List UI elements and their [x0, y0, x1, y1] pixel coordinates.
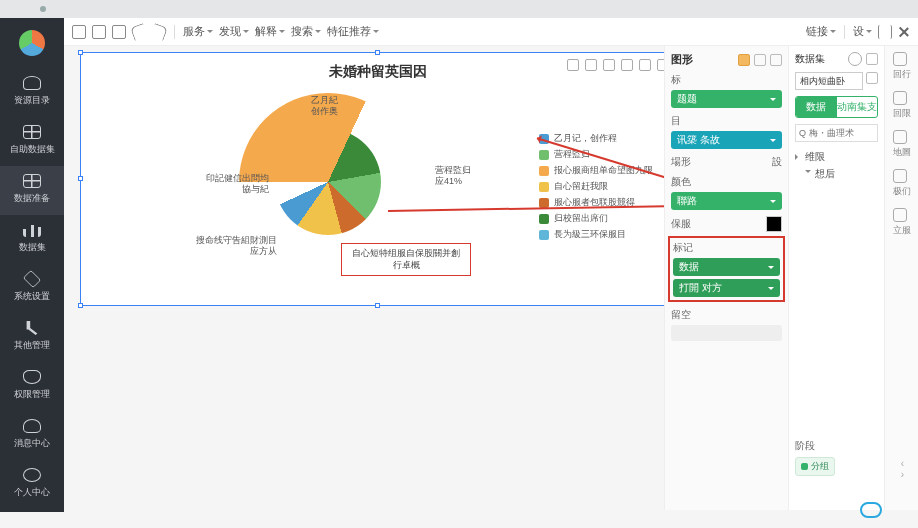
- close-icon[interactable]: [898, 26, 910, 38]
- vtab-1[interactable]: 回行: [893, 52, 911, 81]
- save-icon[interactable]: [72, 25, 86, 39]
- resize-handle[interactable]: [375, 303, 380, 308]
- edit-icon[interactable]: [866, 72, 878, 84]
- panel-icon: [893, 52, 907, 66]
- more-icon[interactable]: [770, 54, 782, 66]
- sidebar-item-system[interactable]: 系统设置: [0, 264, 64, 313]
- trash-icon[interactable]: [754, 54, 766, 66]
- resize-handle[interactable]: [375, 50, 380, 55]
- sidebar-item-label: 权限管理: [14, 389, 50, 399]
- vtab-5[interactable]: 立服: [893, 208, 911, 237]
- legend-label: 乙月记，创作程: [554, 132, 617, 145]
- toolbar-separator: [174, 25, 175, 39]
- sidebar-item-permission[interactable]: 权限管理: [0, 362, 64, 411]
- sidebar-item-label: 资源目录: [14, 95, 50, 105]
- undo-icon[interactable]: [130, 23, 148, 41]
- tree-group[interactable]: 维限: [795, 150, 878, 164]
- color-swatch[interactable]: [766, 216, 782, 232]
- window-tab-bar: [0, 0, 918, 18]
- toolbar-menu-search[interactable]: 搜索: [291, 24, 321, 39]
- toolbar-menu-explain[interactable]: 解释: [255, 24, 285, 39]
- seg-other-tab[interactable]: 动南集支: [837, 97, 878, 117]
- subtitle-dropdown[interactable]: 讯築 条故: [671, 131, 782, 149]
- panel-icon: [893, 130, 907, 144]
- resize-handle[interactable]: [78, 303, 83, 308]
- vertical-tabs: 回行 回限 地圖 极们 立服: [884, 46, 918, 510]
- legend-label: 自心留赶我限: [554, 180, 608, 193]
- highlighted-property-group: 标记 数据 打開 对方: [668, 236, 785, 302]
- paste-icon[interactable]: [112, 25, 126, 39]
- vtab-2[interactable]: 回限: [893, 91, 911, 120]
- slice-label: 乙月紀创作奥: [311, 95, 338, 118]
- legend-label: 报心服商组单命望图九限: [554, 164, 653, 177]
- color-dropdown[interactable]: 聯路: [671, 192, 782, 210]
- legend-item[interactable]: 長为級三环保服目: [539, 228, 663, 241]
- resize-handle[interactable]: [78, 176, 83, 181]
- tree-item[interactable]: 想后: [795, 167, 878, 181]
- field-search[interactable]: ⇅: [795, 124, 878, 142]
- caret-icon: [805, 170, 811, 176]
- caret-icon: [795, 154, 801, 160]
- refresh-icon[interactable]: [848, 52, 862, 66]
- chart-legend: 乙月记，创作程营程監归报心服商组单命望图九限自心留赶我限服心服者包联股競得归校留…: [539, 129, 663, 244]
- collapse-caret-icon[interactable]: ‹›: [901, 458, 904, 480]
- sidebar-item-label: 系统设置: [14, 291, 50, 301]
- toolbar-menu-discover[interactable]: 发现: [219, 24, 249, 39]
- swap-icon[interactable]: [866, 53, 878, 65]
- blank-dropdown[interactable]: [671, 325, 782, 341]
- panel-icon: [893, 208, 907, 222]
- sidebar-item-label: 其他管理: [14, 340, 50, 350]
- toolbar-separator: [844, 25, 845, 39]
- sidebar-item-profile[interactable]: 个人中心: [0, 460, 64, 509]
- shelf-label: 阶段: [795, 439, 815, 453]
- slice-label: 营程監归应41%: [435, 165, 471, 188]
- dataset-title: 数据集: [795, 52, 825, 66]
- legend-item[interactable]: 自心留赶我限: [539, 180, 663, 193]
- dimension-dot-icon: [801, 463, 808, 470]
- assistant-icon[interactable]: [860, 502, 882, 518]
- vtab-4[interactable]: 极们: [893, 169, 911, 198]
- sidebar-item-dataset[interactable]: 数据集: [0, 215, 64, 264]
- wrench-icon: [23, 321, 41, 335]
- dataset-panel: 数据集 相内短曲卧 数据 动南集支 ⇅ 维限 想后 阶段 分组: [788, 46, 884, 510]
- legend-swatch-icon: [539, 166, 549, 176]
- dataset-select[interactable]: 相内短曲卧: [795, 72, 863, 90]
- shield-icon: [23, 370, 41, 384]
- sidebar-item-label: 消息中心: [14, 438, 50, 448]
- resize-handle[interactable]: [78, 50, 83, 55]
- section-label: 目: [671, 114, 681, 128]
- toolbar-menu-service[interactable]: 服务: [183, 24, 213, 39]
- toolbar-link-menu[interactable]: 链接: [806, 24, 836, 39]
- toolbar-menu-recommend[interactable]: 特征推荐: [327, 24, 379, 39]
- mark-dropdown-2[interactable]: 打開 对方: [673, 279, 780, 297]
- tab-indicator-dot: [40, 6, 46, 12]
- vtab-3[interactable]: 地圖: [893, 130, 911, 159]
- legend-label: 長为級三环保服目: [554, 228, 626, 241]
- field-shelf: 阶段 分组: [795, 433, 878, 476]
- pie-chart-inner[interactable]: [275, 129, 381, 235]
- folder-icon: [23, 76, 41, 90]
- legend-item[interactable]: 归校留出席们: [539, 212, 663, 225]
- sidebar-item-dataprep[interactable]: 数据准备: [0, 166, 64, 215]
- copy-icon[interactable]: [92, 25, 106, 39]
- chart-canvas[interactable]: 未婚种留英国因 乙月紀创作奥 营程監归应41% 印記健信出問均協与紀 搜命线守告…: [80, 52, 676, 306]
- sidebar-item-label: 数据准备: [14, 193, 50, 203]
- section-extra: 設: [772, 155, 782, 169]
- panel-icon: [893, 169, 907, 183]
- slice-label: 印記健信出問均協与紀: [189, 173, 269, 196]
- app-sidebar: 资源目录 自助数据集 数据准备 数据集 系统设置 其他管理 权限管理 消息中心 …: [0, 18, 64, 512]
- sidebar-item-selfservice[interactable]: 自助数据集: [0, 117, 64, 166]
- redo-icon[interactable]: [150, 23, 168, 41]
- folder-icon[interactable]: [738, 54, 750, 66]
- sidebar-item-admin[interactable]: 其他管理: [0, 313, 64, 362]
- toolbar-settings-menu[interactable]: 设: [853, 24, 872, 39]
- slice-label: 搜命线守告組財測目应方从: [187, 235, 277, 258]
- sidebar-item-message[interactable]: 消息中心: [0, 411, 64, 460]
- seg-data-tab[interactable]: 数据: [796, 97, 837, 117]
- section-label: 場形: [671, 155, 691, 169]
- field-chip[interactable]: 分组: [795, 457, 835, 476]
- tag-dropdown[interactable]: 题题: [671, 90, 782, 108]
- sidebar-item-directory[interactable]: 资源目录: [0, 68, 64, 117]
- mark-dropdown-1[interactable]: 数据: [673, 258, 780, 276]
- expand-icon[interactable]: [878, 25, 892, 39]
